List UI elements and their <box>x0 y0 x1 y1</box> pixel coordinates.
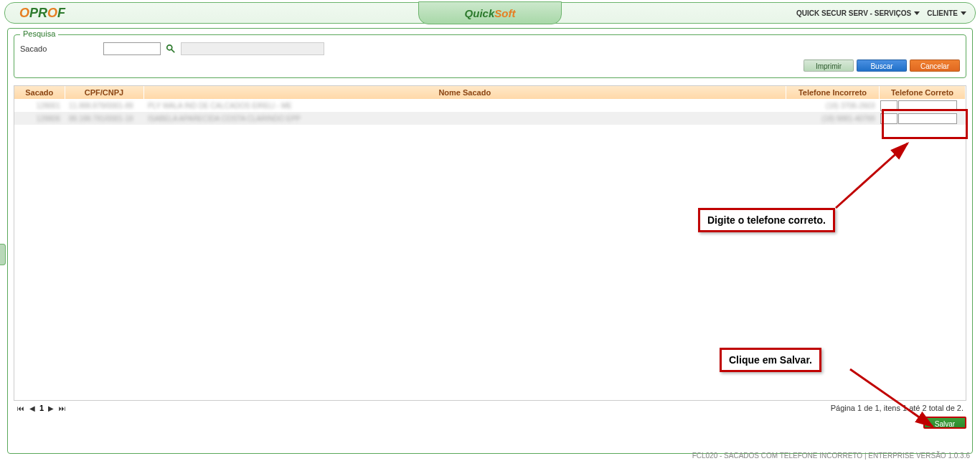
col-tel-correto[interactable]: Telefone Correto <box>880 86 966 99</box>
search-fieldset: Pesquisa Sacado Imprimir Buscar Cancelar <box>14 34 966 78</box>
pager-next-icon[interactable]: ▶ <box>47 404 55 412</box>
phone-ddd-input[interactable] <box>880 100 897 111</box>
col-nome[interactable]: Nome Sacado <box>143 86 786 99</box>
search-legend: Pesquisa <box>20 29 58 38</box>
main-panel: Pesquisa Sacado Imprimir Buscar Cancelar… <box>7 28 973 454</box>
sacado-input[interactable] <box>103 42 161 55</box>
chevron-down-icon <box>914 11 920 15</box>
side-panel-toggle[interactable] <box>0 244 6 265</box>
center-brand-tab: QuickSoft <box>418 1 562 24</box>
table-row[interactable]: 12800111.888.878/0001-89PLY WALA IND DE … <box>14 99 966 112</box>
pager-prev-icon[interactable]: ◀ <box>28 404 37 412</box>
annotation-callout-phone: Digite o telefone correto. <box>698 208 835 232</box>
search-label: Sacado <box>20 44 99 53</box>
search-button[interactable]: Buscar <box>857 60 907 72</box>
search-row: Sacado <box>20 42 960 55</box>
menu-services-label: QUICK SECUR SERV - SERVIÇOS <box>796 9 911 17</box>
footer-text: FCL020 - SACADOS COM TELEFONE INCORRETO … <box>692 452 970 460</box>
cell-cpf: 88.188.781/0001-18 <box>65 112 143 125</box>
cell-tel-incorreto: (18) 3706-2603 <box>786 99 880 112</box>
svg-line-1 <box>171 49 174 52</box>
center-brand: QuickSoft <box>465 7 516 19</box>
phone-ddd-input[interactable] <box>880 113 897 124</box>
menu-services[interactable]: QUICK SECUR SERV - SERVIÇOS <box>796 9 920 17</box>
menu-right: QUICK SECUR SERV - SERVIÇOS CLIENTE <box>796 9 966 17</box>
annotation-callout-save: Clique em Salvar. <box>720 348 821 372</box>
pager: ⏮ ◀ 1 ▶ ⏭ <box>17 404 67 412</box>
cell-sacado: 128001 <box>14 99 65 112</box>
phone-number-input[interactable] <box>898 113 957 124</box>
cancel-button[interactable]: Cancelar <box>910 60 960 72</box>
phone-number-input[interactable] <box>898 100 957 111</box>
cell-tel-incorreto: (18) 9881-40788 <box>786 112 880 125</box>
menu-client[interactable]: CLIENTE <box>927 9 966 17</box>
table-header-row: Sacado CPF/CNPJ Nome Sacado Telefone Inc… <box>14 86 966 99</box>
pager-current: 1 <box>39 404 44 412</box>
table-wrap: Sacado CPF/CNPJ Nome Sacado Telefone Inc… <box>14 85 966 401</box>
pager-last-icon[interactable]: ⏭ <box>58 404 67 412</box>
print-button[interactable]: Imprimir <box>804 60 854 72</box>
pager-info: Página 1 de 1, itens 1 até 2 total de 2. <box>831 404 963 412</box>
search-icon[interactable] <box>165 43 176 54</box>
col-sacado[interactable]: Sacado <box>14 86 65 99</box>
logo-section: OPROF <box>5 3 213 23</box>
logo: OPROF <box>19 6 65 21</box>
data-table: Sacado CPF/CNPJ Nome Sacado Telefone Inc… <box>14 86 966 125</box>
save-row: Salvar <box>14 417 966 429</box>
top-bar: OPROF QuickSoft QUICK SECUR SERV - SERVI… <box>4 2 976 24</box>
cell-nome: ISABELA APARECIDA COSTA CLARINDO EPP <box>143 112 786 125</box>
chevron-down-icon <box>961 11 966 15</box>
pager-first-icon[interactable]: ⏮ <box>17 404 25 412</box>
save-button[interactable]: Salvar <box>923 417 966 429</box>
cell-tel-correto <box>880 99 966 112</box>
col-tel-incorreto[interactable]: Telefone Incorreto <box>786 86 880 99</box>
col-cpf[interactable]: CPF/CNPJ <box>65 86 143 99</box>
pagination-row: ⏮ ◀ 1 ▶ ⏭ Página 1 de 1, itens 1 até 2 t… <box>14 404 966 412</box>
cell-nome: PLY WALA IND DE CALCADOS EIRELI - ME <box>143 99 786 112</box>
svg-point-0 <box>167 45 172 50</box>
action-buttons: Imprimir Buscar Cancelar <box>20 60 960 72</box>
cell-sacado: 128806 <box>14 112 65 125</box>
sacado-display <box>181 42 324 55</box>
cell-cpf: 11.888.878/0001-89 <box>65 99 143 112</box>
table-row[interactable]: 12880688.188.781/0001-18ISABELA APARECID… <box>14 112 966 125</box>
cell-tel-correto <box>880 112 966 125</box>
menu-client-label: CLIENTE <box>927 9 958 17</box>
